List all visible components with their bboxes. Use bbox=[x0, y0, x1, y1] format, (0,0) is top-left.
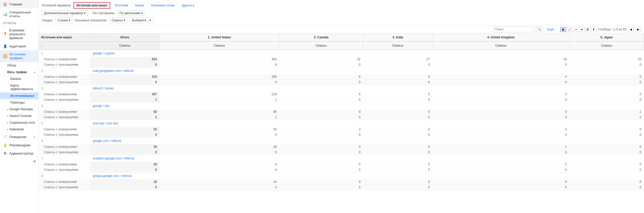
main-content: Основной параметр: Источник или канал Ис… bbox=[39, 0, 644, 213]
sidebar-item-overview[interactable]: Обзор bbox=[0, 62, 38, 69]
sidebar-item-google-ads[interactable]: ▸ Google Реклама bbox=[0, 106, 38, 113]
prev-columns-btn[interactable]: ◀ bbox=[628, 27, 634, 32]
view-export-btn[interactable]: ⬇ bbox=[591, 27, 596, 32]
country-dropdown[interactable]: Страна ▾ bbox=[55, 18, 73, 23]
metric-row: Сеансы с транзакциями220000 bbox=[39, 115, 644, 120]
more-button[interactable]: Ещё... bbox=[545, 27, 559, 32]
sidebar-item-special-reports[interactable]: 📊 Специальные отчеты bbox=[0, 8, 38, 20]
sidebar-item-realtime[interactable]: 📍 В режиме реального времени bbox=[0, 26, 38, 42]
tab-keyword[interactable]: Ключевое слово bbox=[149, 3, 177, 8]
metric-value: 653 bbox=[90, 57, 160, 62]
table-row: 5.(not set) / (not set) bbox=[39, 120, 644, 127]
metric-value: 5 bbox=[570, 92, 644, 97]
sidebar-item-traffic-sources[interactable]: 🔀 Источники трафика bbox=[0, 50, 38, 62]
metric-value: 0 bbox=[570, 144, 644, 150]
tab-source[interactable]: Источник bbox=[112, 3, 131, 8]
sidebar-collapse-button[interactable]: ◀ bbox=[0, 157, 38, 165]
sidebar-label-social: Социальные сети bbox=[10, 121, 35, 124]
source-link[interactable]: google.com / referral bbox=[93, 139, 121, 143]
row-number: 4. bbox=[39, 103, 90, 109]
metric-value: 3 bbox=[279, 127, 363, 132]
metric-value: 0 bbox=[570, 97, 644, 103]
row-number: 1. bbox=[39, 50, 90, 57]
country-label: Страна ▾ bbox=[57, 19, 70, 22]
source-cell: google.com / referral bbox=[90, 138, 644, 144]
metric-row: Сеансы с конверсиями3072188535 bbox=[39, 92, 644, 97]
source-link[interactable]: (not set) / (not set) bbox=[93, 122, 118, 125]
sidebar-item-efficiency-maps[interactable]: Карты эффективности bbox=[0, 82, 38, 92]
sidebar-label-recommend: Рекомендуем bbox=[9, 143, 30, 147]
row-number: 2. bbox=[39, 67, 90, 74]
sidebar-item-recommend[interactable]: 💡 Рекомендуем bbox=[0, 141, 38, 149]
sidebar-item-channels[interactable]: Каналы bbox=[0, 75, 38, 82]
metric-value: 0 bbox=[363, 150, 432, 155]
metric-label: Сеансы с конверсиями bbox=[39, 109, 90, 115]
sidebar-item-social[interactable]: ▸ Социальные сети bbox=[0, 119, 38, 126]
source-link[interactable]: (direct) / (none) bbox=[93, 87, 114, 90]
metric-value: 0 bbox=[279, 162, 363, 167]
sidebar-label-traffic-sources: Источники трафика bbox=[9, 52, 35, 60]
view-table-btn[interactable]: ▦ bbox=[560, 27, 566, 32]
metric-value: 0 bbox=[363, 132, 432, 138]
view-compare-btn[interactable]: ⇌ bbox=[579, 27, 584, 32]
source-cell: mail.googleplex.com / referral bbox=[90, 67, 644, 74]
metric-row: Сеансы с транзакциями000000 bbox=[39, 150, 644, 155]
sidebar-item-admin[interactable]: ⚙ Администратор bbox=[0, 149, 38, 157]
view-chart-btn[interactable]: 📈 bbox=[566, 27, 573, 32]
tab-other[interactable]: Другое ▾ bbox=[179, 3, 197, 8]
search-input[interactable] bbox=[493, 27, 534, 32]
metric-value: 15 bbox=[570, 57, 644, 62]
metric-value: 0 bbox=[432, 109, 570, 115]
additional-param-dropdown[interactable]: Дополнительный параметр ▾ bbox=[42, 10, 88, 16]
source-link[interactable]: groups.google.com / referral bbox=[93, 174, 131, 178]
metric-value: 0 bbox=[570, 127, 644, 132]
sidebar-item-campaigns[interactable]: ▸ Кампании bbox=[0, 126, 38, 133]
source-link[interactable]: mail.googleplex.com / referral bbox=[93, 69, 133, 73]
col-header-us: 1. United States bbox=[160, 33, 279, 41]
sidebar-item-behavior[interactable]: 📄 Поведение ▸ bbox=[0, 133, 38, 141]
source-link[interactable]: google / cpc bbox=[93, 104, 110, 108]
metrics-dropdown[interactable]: Сеансы ▾ bbox=[109, 18, 128, 23]
tab-source-channel[interactable]: Источник или канал bbox=[73, 2, 110, 9]
tab-channel[interactable]: Канал bbox=[133, 3, 147, 8]
row-number: 7. bbox=[39, 155, 90, 162]
metric-value: 26 bbox=[90, 162, 160, 167]
metric-label: Сеансы с конверсиями bbox=[39, 74, 90, 80]
metric-row: Сеансы с транзакциями000000 bbox=[39, 132, 644, 138]
next-columns-btn[interactable]: ▶ bbox=[635, 27, 641, 32]
metric-value: 0 bbox=[432, 132, 570, 138]
metric-value: 0 bbox=[432, 115, 570, 120]
sub-header-source[interactable]: ↓ bbox=[39, 41, 90, 50]
expand-arrow-social: ▸ bbox=[7, 121, 9, 124]
metric-value: 3 bbox=[432, 92, 570, 97]
special-reports-icon: 📊 bbox=[3, 12, 7, 16]
traffic-sources-icon: 🔀 bbox=[3, 54, 7, 58]
sidebar-item-all-traffic[interactable]: Весь трафик ▾ bbox=[0, 69, 38, 75]
metric-value: 0 bbox=[363, 80, 432, 85]
metric-value: 0 bbox=[363, 109, 432, 115]
metric-value: 1 bbox=[570, 109, 644, 115]
source-link[interactable]: analytics.google.com / referral bbox=[93, 157, 134, 160]
sidebar-label-special-reports: Специальные отчеты bbox=[9, 10, 35, 18]
metric-value: 82 bbox=[90, 109, 160, 115]
choose-dropdown[interactable]: Выберите... ▾ bbox=[130, 18, 154, 23]
toolbar-area: Основной параметр: Источник или канал Ис… bbox=[39, 0, 644, 25]
metric-value: 2 bbox=[432, 127, 570, 132]
sidebar-item-source-channel[interactable]: Источник/канал bbox=[0, 92, 38, 99]
metric-value: 352 bbox=[160, 57, 279, 62]
sidebar-item-audience[interactable]: 👤 Аудитория bbox=[0, 42, 38, 50]
metric-value: 0 bbox=[363, 74, 432, 80]
sort-type-dropdown[interactable]: По умолчанию ▾ bbox=[117, 10, 145, 16]
view-pivot-btn[interactable]: ⊞ bbox=[585, 27, 590, 32]
search-button[interactable]: 🔍 bbox=[536, 27, 543, 32]
sidebar-item-home[interactable]: 🏠 Главная bbox=[0, 0, 38, 8]
sub-header-us-sessions: Сеансы bbox=[160, 41, 279, 50]
metric-row: Сеансы с конверсиями2640020 bbox=[39, 162, 644, 167]
metric-value: 1 bbox=[432, 144, 570, 150]
sidebar-item-search-console[interactable]: ▸ Search Console bbox=[0, 113, 38, 119]
col-header-japan: 5. Japan bbox=[570, 33, 644, 41]
metric-value: 0 bbox=[432, 179, 570, 185]
view-list-btn[interactable]: ≡ bbox=[574, 27, 578, 32]
sidebar-item-transitions[interactable]: Переходы bbox=[0, 99, 38, 106]
source-link[interactable]: google / organic bbox=[93, 52, 115, 55]
